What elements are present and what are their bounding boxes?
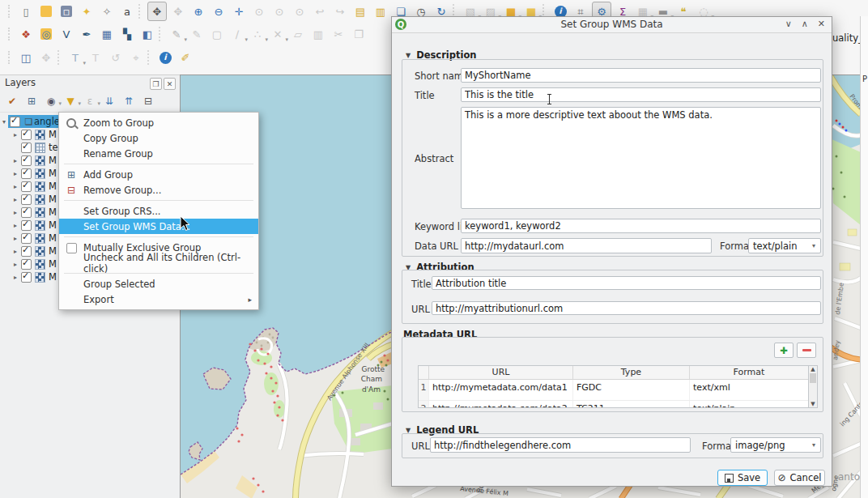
style-manager-button[interactable]: a [118, 2, 136, 20]
expander-icon[interactable]: ▸ [11, 209, 19, 216]
menu-item-add-group[interactable]: ⊞Add Group [59, 167, 258, 182]
filter-by-expression-button[interactable]: ε▾ [83, 94, 97, 109]
data-format-combo[interactable]: text/plain ▾ [748, 238, 821, 253]
layer-checkbox[interactable] [21, 181, 32, 192]
move-label-button[interactable]: ✥ [37, 49, 55, 66]
expander-icon[interactable]: ▸ [11, 248, 19, 255]
zoom-out-button[interactable]: ⊖ [210, 2, 228, 20]
expander-icon[interactable]: ▾ [0, 118, 8, 126]
menu-item-copy-group[interactable]: Copy Group [59, 130, 258, 146]
add-raster-layer-button[interactable]: ▚ [118, 25, 136, 43]
expander-icon[interactable]: ▸ [11, 222, 19, 229]
plugin-manager-button[interactable]: ✐ [177, 49, 194, 66]
menu-item-rename-group[interactable]: Rename Group [59, 146, 258, 161]
highlight-pinned-labels-button[interactable]: T▾ [66, 49, 84, 66]
expander-icon[interactable]: ▸ [11, 261, 19, 268]
save-button[interactable]: Save [717, 470, 768, 486]
menu-item-uncheck-all-children[interactable]: Uncheck and All its Children (Ctrl-click… [59, 255, 258, 270]
panel-float-icon[interactable]: ❐ [150, 78, 162, 90]
dialog-close-icon[interactable]: ✕ [818, 19, 825, 29]
new-project-button[interactable]: ▯ [17, 2, 35, 20]
zoom-to-selection-button[interactable]: ⊙ [250, 2, 268, 20]
column-header[interactable]: Type [573, 366, 690, 379]
open-layer-styling-button[interactable]: ✔ [5, 94, 19, 109]
expander-icon[interactable]: ▸ [11, 235, 19, 242]
layer-checkbox[interactable] [21, 272, 32, 283]
toggle-editing-button[interactable]: ✎ [188, 25, 206, 43]
column-header[interactable]: Format [690, 366, 809, 379]
show-layout-manager-button[interactable]: ✧ [98, 2, 116, 20]
short-name-input[interactable] [461, 68, 821, 83]
metasearch-button[interactable]: i [156, 49, 174, 66]
layer-checkbox[interactable] [21, 155, 32, 166]
scroll-down-icon[interactable]: ▼ [809, 401, 817, 407]
remove-layer-button[interactable]: ⊟ [141, 94, 155, 109]
manage-map-themes-button[interactable]: ◉▾ [44, 94, 58, 109]
expander-icon[interactable]: ▸ [11, 157, 19, 164]
pan-to-selection-button[interactable]: ✥ [169, 2, 187, 20]
menu-item-set-group-wms-data[interactable]: Set Group WMS Data... [59, 219, 258, 234]
collapse-all-button[interactable]: ⇈ [121, 94, 136, 109]
panel-close-icon[interactable]: ✕ [164, 78, 176, 90]
zoom-full-button[interactable]: ✛ [230, 2, 248, 20]
layer-checkbox[interactable] [21, 207, 32, 218]
add-group-button[interactable]: ⊞ [24, 94, 39, 109]
filter-legend-button[interactable]: ▼▾ [63, 94, 78, 109]
menu-item-remove-group[interactable]: ⊟Remove Group... [59, 182, 258, 198]
expander-icon[interactable]: ▸ [11, 170, 19, 177]
layer-checkbox[interactable] [21, 143, 32, 153]
layer-checkbox[interactable] [21, 246, 32, 257]
cut-features-button[interactable]: ✂ [330, 25, 347, 43]
add-delimited-text-layer-button[interactable]: ✒ [78, 25, 96, 43]
layer-checkbox[interactable] [21, 130, 32, 140]
dialog-unshade-icon[interactable]: ∧ [802, 19, 808, 29]
zoom-to-layer-button[interactable]: ⊙ [270, 2, 288, 20]
expander-icon[interactable]: ▸ [11, 196, 19, 203]
move-label-diagram-button[interactable]: T [87, 49, 104, 66]
attribution-url-input[interactable] [432, 301, 821, 315]
keyword-list-input[interactable] [461, 219, 821, 233]
save-project-button[interactable]: ▫ [57, 2, 75, 20]
cancel-button[interactable]: ⊘ Cancel [774, 470, 825, 486]
layer-checkbox[interactable] [21, 233, 32, 244]
open-project-button[interactable] [37, 2, 55, 20]
save-layer-edits-button[interactable]: ▢ [208, 25, 226, 43]
metadata-row[interactable]: 1http://mymetadata.com/data1FGDCtext/xml [419, 380, 817, 401]
dialog-shade-icon[interactable]: ∨ [785, 19, 792, 29]
add-postgis-layer-button[interactable]: ▦ [98, 25, 116, 43]
title-input[interactable] [461, 87, 821, 102]
legend-url-input[interactable] [430, 437, 691, 453]
vertex-tool-button[interactable]: ✕▾ [269, 25, 287, 43]
checkbox-icon[interactable] [65, 241, 78, 254]
dialog-titlebar[interactable]: Q Set Group WMS Data ∨ ∧ ✕ [392, 17, 832, 33]
menu-item-set-group-crs[interactable]: Set Group CRS... [59, 203, 258, 219]
modify-attributes-button[interactable]: ▱ [289, 25, 307, 43]
menu-item-group-selected[interactable]: Group Selected [59, 276, 258, 292]
expander-icon[interactable]: ▸ [11, 274, 19, 281]
metadata-row[interactable]: 2http://mymetadata.com/data2TC211text/pl… [419, 401, 817, 408]
pin-labels-button[interactable]: ◫ [17, 49, 35, 66]
column-header[interactable]: URL [429, 366, 573, 379]
expander-icon[interactable]: ▸ [11, 131, 19, 138]
metadata-table-scrollbar[interactable]: ▲ ▼ [808, 365, 818, 408]
expander-icon[interactable]: ▸ [11, 183, 19, 190]
layer-checkbox[interactable] [21, 194, 32, 205]
show-bookmarks-button[interactable]: ▥ [372, 2, 389, 20]
layer-checkbox[interactable] [21, 259, 32, 270]
new-print-layout-button[interactable]: ✦ [78, 2, 96, 20]
zoom-next-button[interactable]: ↪ [331, 2, 349, 20]
layer-checkbox[interactable] [10, 117, 20, 127]
add-mesh-layer-button[interactable]: ◧ [138, 25, 156, 43]
add-metadata-row-button[interactable]: ✚ [774, 343, 794, 358]
change-label-button[interactable]: ⌖ [127, 49, 145, 66]
zoom-last-button[interactable]: ↩ [311, 2, 329, 20]
legend-format-combo[interactable]: image/png ▾ [730, 437, 821, 453]
metadata-table[interactable]: URLTypeFormat 1http://mymetadata.com/dat… [418, 365, 818, 408]
menu-item-zoom-to-group[interactable]: Zoom to Group [59, 115, 258, 130]
attribution-title-input[interactable] [432, 276, 821, 290]
layer-checkbox[interactable] [21, 220, 32, 231]
pan-map-button[interactable]: ✥ [147, 2, 167, 21]
scroll-thumb[interactable] [810, 373, 816, 383]
expand-all-button[interactable]: ⇊ [102, 94, 117, 109]
add-line-feature-button[interactable]: ∕▾ [228, 25, 246, 43]
